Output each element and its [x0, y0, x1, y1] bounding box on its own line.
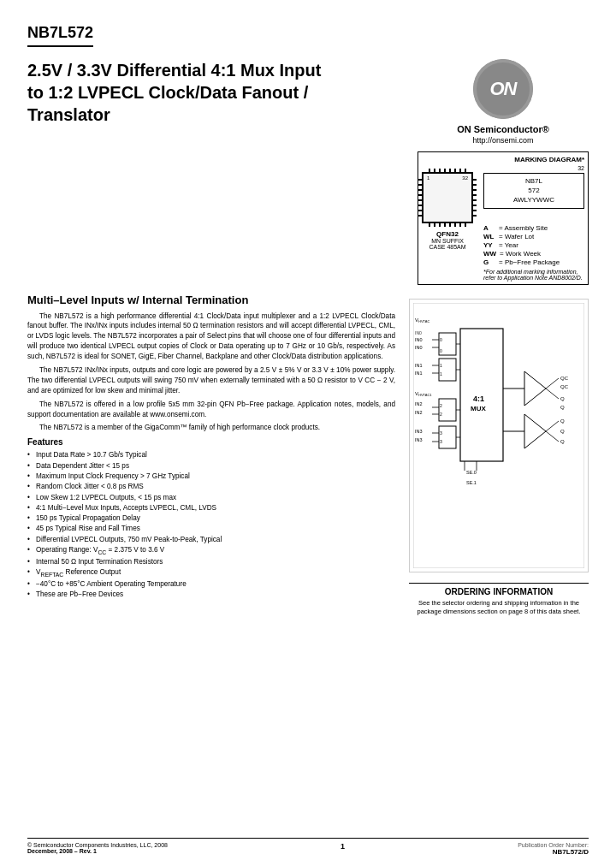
legend-val-ww: = Work Week — [500, 250, 541, 258]
legend-note: *For additional marking information, ref… — [483, 269, 584, 281]
block-diagram: VHVTAC IN0 IN0 0 0 IN1 IN1 1 — [409, 299, 589, 572]
logo-section: ON ON Semiconductor® http://onsemi.com M… — [418, 59, 589, 285]
qfn-pins-left — [418, 177, 423, 218]
svg-text:IN1: IN1 — [415, 371, 423, 376]
content-row: Multi–Level Inputs w/ Internal Terminati… — [27, 292, 589, 617]
legend-val-a: = Assembly Site — [499, 224, 548, 232]
package-case: CASE 485AM — [422, 244, 473, 250]
legend-key-a: A — [483, 224, 495, 232]
legend-row-g: G = Pb−Free Package — [483, 258, 584, 266]
marking-diagram-title: MARKING DIAGRAM* — [422, 156, 584, 163]
footer: © Semiconductor Components Industries, L… — [27, 838, 589, 856]
marking-info-box: NB7L 572 AWLYYWWC — [483, 173, 584, 209]
right-col: VHVTAC IN0 IN0 0 0 IN1 IN1 1 — [409, 292, 589, 617]
svg-text:VHVTAC: VHVTAC — [415, 317, 429, 323]
body-text: The NB7L572 is a high performance differ… — [27, 311, 395, 434]
ordering-title: ORDERING INFORMATION — [409, 587, 589, 596]
features-list: Input Data Rate > 10.7 Gb/s Typical Data… — [27, 450, 395, 600]
block-diagram-svg: VHVTAC IN0 IN0 0 0 IN1 IN1 1 — [413, 303, 584, 568]
legend-val-yy: = Year — [499, 241, 518, 249]
svg-text:4:1: 4:1 — [473, 394, 484, 403]
paragraph1: The NB7L572 is a high performance differ… — [27, 311, 395, 362]
page: NB7L572 2.5V / 3.3V Differential 4:1 Mux… — [0, 0, 616, 866]
ordering-text: See the selector ordering and shipping i… — [409, 599, 589, 617]
title-section: 2.5V / 3.3V Differential 4:1 Mux Input t… — [27, 59, 589, 285]
marking-diagram-inner: 1 32 — [422, 165, 584, 281]
left-col: Multi–Level Inputs w/ Internal Terminati… — [27, 292, 395, 617]
qfn-pins-right — [472, 177, 477, 218]
svg-text:Q: Q — [560, 405, 565, 410]
legend-val-wl: = Wafer Lot — [499, 233, 534, 240]
footer-right: Publication Order Number: NB7L572/D — [518, 842, 589, 856]
svg-text:SE.0: SE.0 — [466, 470, 477, 475]
svg-text:1: 1 — [440, 371, 442, 377]
feature-3: Maximum Input Clock Frequency > 7 GHz Ty… — [27, 472, 395, 482]
svg-text:3: 3 — [440, 439, 442, 444]
svg-text:IN0: IN0 — [415, 330, 422, 335]
footer-page: 1 — [341, 842, 345, 851]
svg-text:1: 1 — [440, 363, 442, 368]
on-logo-text: ON — [490, 78, 517, 100]
pin-num-32: 32 — [462, 175, 468, 181]
feature-5: Low Skew 1:2 LVPECL Outputs, < 15 ps max — [27, 493, 395, 503]
legend-row-a: A = Assembly Site — [483, 224, 584, 232]
feature-10: Operating Range: VCC = 2.375 V to 3.6 V — [27, 545, 395, 557]
svg-text:2: 2 — [440, 412, 442, 417]
footer-copyright: © Semiconductor Components Industries, L… — [27, 842, 168, 848]
marking-diagram: MARKING DIAGRAM* 1 32 — [418, 151, 589, 285]
subtitle: Multi–Level Inputs w/ Internal Terminati… — [27, 294, 395, 306]
features-title: Features — [27, 437, 395, 447]
svg-text:IN2: IN2 — [415, 410, 423, 415]
marking-pin-count: 32 — [483, 165, 584, 171]
pub-label: Publication Order Number: — [518, 842, 589, 848]
svg-text:IN1: IN1 — [415, 363, 423, 368]
svg-text:IN3: IN3 — [415, 437, 423, 442]
svg-text:IN2: IN2 — [415, 401, 423, 406]
company-name: ON Semiconductor® — [457, 124, 549, 134]
svg-text:Q: Q — [560, 418, 565, 424]
part-number: NB7L572 — [27, 24, 93, 47]
marking-text: NB7L 572 AWLYYWWC — [487, 176, 581, 205]
svg-text:Q: Q — [560, 439, 565, 444]
feature-6: 4:1 Multi−Level Mux Inputs, Accepts LVPE… — [27, 503, 395, 513]
svg-text:IN3: IN3 — [415, 429, 423, 434]
legend-row-yy: YY = Year — [483, 241, 584, 249]
svg-text:Q: Q — [560, 396, 565, 401]
legend-val-g: = Pb−Free Package — [499, 258, 560, 266]
footer-date: December, 2008 – Rev. 1 — [27, 848, 168, 854]
legend-key-yy: YY — [483, 241, 495, 249]
package-name: QFN32 — [422, 230, 473, 238]
svg-text:0: 0 — [440, 348, 442, 353]
feature-1: Input Data Rate > 10.7 Gb/s Typical — [27, 450, 395, 460]
svg-text:VHVTAC1: VHVTAC1 — [415, 391, 432, 397]
footer-left: © Semiconductor Components Industries, L… — [27, 842, 168, 854]
svg-text:QC: QC — [560, 384, 569, 389]
paragraph2: The NB7L572 INx/INx inputs, outputs and … — [27, 365, 395, 396]
main-title: 2.5V / 3.3V Differential 4:1 Mux Input t… — [27, 59, 335, 126]
on-logo: ON — [473, 59, 533, 119]
pin-num-1: 1 — [427, 175, 429, 181]
feature-8: 45 ps Typical Rise and Fall Times — [27, 524, 395, 534]
svg-text:Q: Q — [560, 429, 565, 434]
feature-9: Differential LVPECL Outputs, 750 mV Peak… — [27, 535, 395, 545]
svg-text:2: 2 — [440, 403, 442, 408]
legend-row-wl: WL = Wafer Lot — [483, 233, 584, 240]
website: http://onsemi.com — [472, 136, 533, 145]
qfn-package: 1 32 — [422, 172, 473, 223]
legend-key-g: G — [483, 258, 495, 266]
feature-11: Internal 50 Ω Input Termination Resistor… — [27, 557, 395, 567]
package-suffix: MN SUFFIX — [422, 238, 473, 244]
svg-text:QC: QC — [560, 376, 569, 381]
legend-row-ww: WW = Work Week — [483, 250, 584, 258]
feature-2: Data Dependent Jitter < 15 ps — [27, 461, 395, 472]
feature-4: Random Clock Jitter < 0.8 ps RMS — [27, 482, 395, 492]
legend-section: A = Assembly Site WL = Wafer Lot YY = Ye… — [483, 224, 584, 281]
feature-12: VREFTAC Reference Output — [27, 567, 395, 579]
paragraph4: The NB7L572 is a member of the GigaComm™… — [27, 423, 395, 433]
pub-number: NB7L572/D — [518, 848, 589, 856]
ordering-section: ORDERING INFORMATION See the selector or… — [409, 583, 589, 617]
svg-text:0: 0 — [440, 337, 442, 342]
feature-7: 150 ps Typical Propagation Delay — [27, 513, 395, 524]
feature-14: These are Pb−Free Devices — [27, 590, 395, 600]
svg-text:IN0: IN0 — [415, 337, 423, 342]
